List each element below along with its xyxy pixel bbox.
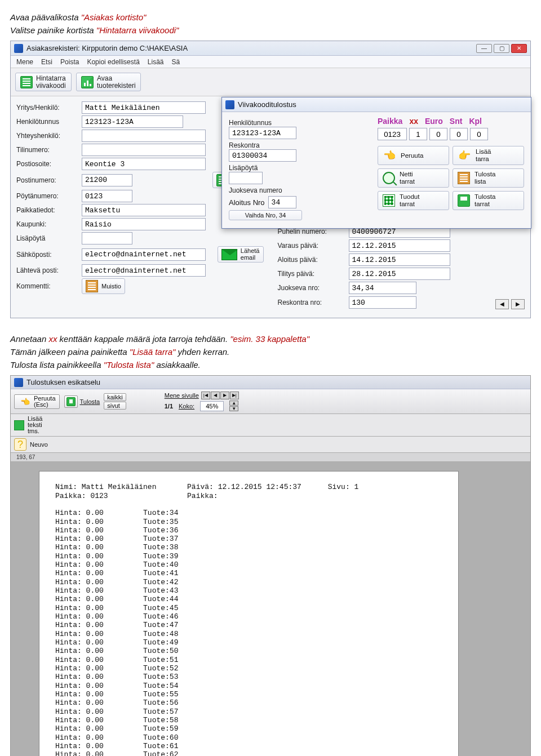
report-paper: Nimi: Matti Meikäläinen Päivä: 12.12.201…	[39, 471, 459, 756]
point-left-icon: 👈	[18, 395, 32, 408]
lahteva-input[interactable]	[82, 264, 206, 277]
vaihda-nro-button[interactable]: Vaihda Nro, 34	[229, 210, 302, 220]
label-puhelin: Puhelin numero:	[278, 228, 345, 235]
print-preview-window: Tulostuksen esikatselu 👈 Peruuta(Esc) Tu…	[10, 375, 531, 756]
preview-toolbar: 👈 Peruuta(Esc) Tulosta kaikki sivut Mene…	[11, 389, 530, 414]
scroll-right-button[interactable]: ▶	[511, 299, 525, 309]
app-icon	[14, 378, 23, 387]
htunnus-input[interactable]	[82, 115, 183, 128]
euro-field[interactable]	[429, 128, 447, 140]
label-lahteva: Lähtevä posti:	[16, 266, 78, 274]
main-titlebar[interactable]: Asiakasrekisteri: Kirpputorin demo C:\HA…	[11, 41, 530, 56]
juokseva-input[interactable]	[349, 282, 416, 294]
prev-page-button[interactable]: ◀	[211, 392, 220, 399]
close-button[interactable]: ✕	[511, 44, 527, 53]
instruction-line: Avaa päävalikosta "Asiakas kortisto"	[10, 12, 531, 22]
aloitus-input[interactable]	[349, 254, 450, 266]
label-postiosoite: Postiosoite:	[16, 160, 78, 168]
menu-bar: Mene Etsi Poista Kopioi edellisestä Lisä…	[11, 56, 530, 68]
tili-input[interactable]	[82, 144, 206, 156]
instruction-line: Tämän jälkeen paina painiketta "Lisää ta…	[10, 347, 531, 357]
xx-field[interactable]	[409, 128, 427, 140]
point-left-icon: 👈	[383, 149, 396, 162]
hintatarra-viivakoodi-button[interactable]: Hintatarraviivakoodi	[15, 73, 72, 91]
next-page-button[interactable]: ▶	[220, 392, 229, 399]
yhteyshenkilo-input[interactable]	[82, 130, 206, 142]
menu-item[interactable]: Sä	[172, 58, 180, 66]
varaus-input[interactable]	[349, 239, 450, 252]
postiosoite-input[interactable]	[82, 158, 206, 170]
minimize-button[interactable]: —	[476, 44, 492, 53]
postinumero-input[interactable]	[82, 174, 132, 186]
reskontra-input[interactable]	[349, 296, 416, 309]
ol-label-reskontra: Reskontra	[229, 141, 367, 149]
zoom-input[interactable]	[200, 401, 224, 411]
grid-icon	[20, 76, 33, 88]
label-yritys: Yritys/Henkilö:	[16, 104, 78, 112]
lisapoyta-input[interactable]	[82, 232, 132, 244]
label-email: Sähköposti:	[16, 251, 78, 259]
avaa-tuoterekisteri-button[interactable]: Avaatuoterekisteri	[76, 73, 141, 91]
peruuta-button[interactable]: 👈 Peruuta	[378, 146, 449, 165]
laheta-email-button[interactable]: Lähetäemail	[218, 246, 264, 263]
label-reskontra: Reskontra nro:	[278, 299, 345, 306]
neuvo-label: Neuvo	[30, 441, 48, 448]
app-icon	[14, 44, 23, 53]
overlay-titlebar[interactable]: Viivakooditulostus	[222, 97, 531, 112]
add-text-icon[interactable]	[14, 420, 24, 430]
first-page-button[interactable]: |◀	[201, 392, 210, 399]
kaupunki-input[interactable]	[82, 218, 206, 230]
help-icon[interactable]: ?	[14, 438, 26, 451]
ol-label-aloitus: Aloitus Nro	[229, 198, 265, 207]
paikka-field[interactable]	[378, 128, 407, 140]
ol-aloitus-input[interactable]	[268, 196, 296, 208]
overlay-title: Viivakooditulostus	[238, 100, 296, 109]
list-icon	[458, 172, 470, 184]
last-page-button[interactable]: ▶|	[230, 392, 239, 399]
tulosta-button[interactable]	[64, 395, 78, 408]
app-icon	[225, 100, 234, 109]
tulosta-lista-button[interactable]: Tulostalista	[453, 168, 524, 188]
peruuta-esc-button[interactable]: 👈 Peruuta(Esc)	[14, 394, 60, 409]
tulosta-tarrat-button[interactable]: Tulostatarrat	[453, 191, 524, 210]
tulosta-sivut-button[interactable]: sivut	[104, 402, 126, 410]
label-yhteyshenkilo: Yhteyshenkilö:	[16, 132, 78, 140]
lisaa-tarra-button[interactable]: 👉 Lisäätarra	[453, 146, 524, 165]
paikkatiedot-input[interactable]	[82, 204, 206, 216]
menu-item[interactable]: Kopioi edellisestä	[87, 58, 139, 66]
menu-item[interactable]: Etsi	[41, 58, 52, 66]
maximize-button[interactable]: ▢	[494, 44, 509, 53]
email-input[interactable]	[82, 248, 206, 261]
yritys-input[interactable]	[82, 101, 206, 114]
point-right-icon: 👉	[458, 149, 471, 162]
ol-label-lisapoyta: Lisäpöytä	[229, 164, 367, 172]
menu-item[interactable]: Poista	[60, 58, 79, 66]
printer-icon	[458, 194, 470, 207]
label-poytanro: Pöytänumero:	[16, 192, 78, 200]
menu-item[interactable]: Lisää	[148, 58, 164, 66]
preview-toolbar-3: ? Neuvo	[11, 437, 530, 453]
printer-icon	[66, 397, 76, 406]
netti-tarrat-button[interactable]: Nettitarrat	[378, 168, 449, 188]
tulosta-kaikki-button[interactable]: kaikki	[104, 393, 126, 401]
cursor-coord: 193, 67	[11, 453, 530, 462]
muistio-button[interactable]: Muistio	[82, 278, 125, 294]
kpl-field[interactable]	[470, 128, 488, 140]
tuodut-tarrat-button[interactable]: Tuoduttarrat	[378, 191, 449, 210]
zoom-down-button[interactable]: ▼	[229, 406, 238, 411]
zoom-up-button[interactable]: ▲	[229, 401, 238, 406]
viivakoodi-window: Viivakooditulostus Henkilötunnus Reskont…	[221, 97, 531, 229]
page-indicator: 1/1	[165, 403, 173, 410]
poytanumero-input[interactable]	[82, 190, 132, 202]
tilitys-input[interactable]	[349, 268, 450, 280]
menu-item[interactable]: Mene	[16, 58, 33, 66]
preview-titlebar[interactable]: Tulostuksen esikatselu	[11, 376, 530, 389]
mene-sivulle-label: Mene sivulle	[165, 392, 199, 399]
scroll-left-button[interactable]: ◀	[495, 299, 509, 309]
ol-reskontra-input[interactable]	[229, 149, 296, 162]
preview-title: Tulostuksen esikatselu	[26, 378, 100, 386]
snt-field[interactable]	[450, 128, 468, 140]
ol-htunnus-input[interactable]	[229, 127, 296, 139]
label-paikkatiedot: Paikkatiedot:	[16, 206, 78, 214]
ol-lisapoyta-input[interactable]	[229, 172, 263, 184]
